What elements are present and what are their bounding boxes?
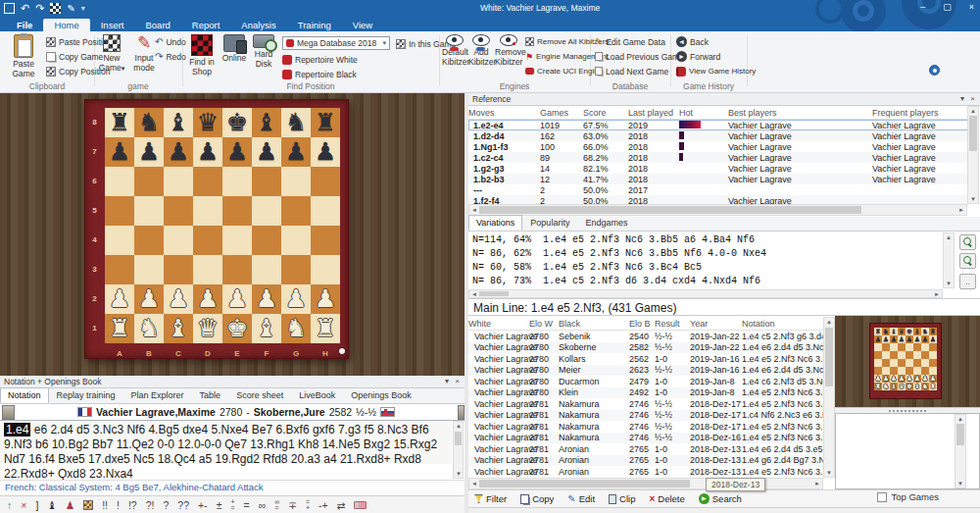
forward-button[interactable]: ►Forward [676,50,720,63]
tab-insert[interactable]: Insert [90,19,135,31]
board-square[interactable] [311,167,340,196]
board-square[interactable]: ♟ [193,284,222,314]
game-row[interactable]: Vachier Lagrave2780Skoberne2582½-½2019-J… [468,342,823,354]
game-row[interactable]: Vachier Lagrave2781Aronian27651-02018-De… [468,455,823,467]
tab-home[interactable]: Home [43,19,89,31]
board-square[interactable]: ♟ [222,284,252,314]
reference-row[interactable]: 1.g2-g31482.1%2018Vachier LagraveVachier… [468,163,968,174]
board-square[interactable]: ♛ [193,108,222,137]
board-square[interactable] [929,343,937,351]
annotation-symbol[interactable]: ∓ [288,499,297,511]
back-button[interactable]: ◄Back [676,35,709,48]
game-row[interactable]: Vachier Lagrave2780Sebenik2540½-½2019-Ja… [468,331,823,342]
board-square[interactable]: ♛ [193,314,222,343]
evaluation-symbol[interactable]: ∞= [274,499,279,510]
board-square[interactable]: ♟ [929,335,937,343]
remove-kibitzer-button[interactable]: Remove Kibitzer [495,33,522,82]
board-square[interactable] [281,196,311,226]
notation-moves[interactable]: 1.e4 e6 2.d4 d5 3.Nc3 Nf6 4.Bg5 dxe4 5.N… [0,421,452,464]
repertoire-white-button[interactable]: Repertoire White [282,53,358,66]
board-square[interactable] [281,255,311,284]
board-square[interactable] [898,343,906,351]
variations-list[interactable]: N=114, 64% 1.e4 e5 2.Nf3 Nc6 3.Bb5 a6 4.… [472,233,943,288]
board-square[interactable]: ♟ [252,284,281,314]
load-next-game-button[interactable]: Load Next Game [595,65,668,77]
game-row[interactable]: Vachier Lagrave2781Aronian27651-02018-De… [468,466,823,478]
board-square[interactable] [913,351,921,359]
board-square[interactable]: ♟ [913,335,921,343]
annotation-symbol[interactable]: ! [117,499,120,511]
undo-button[interactable]: ↶Undo [155,35,186,48]
column-header[interactable]: Score [583,106,628,119]
annotation-symbol[interactable]: ♝ [47,499,56,511]
board-square[interactable] [193,255,222,284]
board-square[interactable] [252,255,281,284]
colored-board-icon[interactable] [83,500,93,510]
qat-more-icon[interactable]: ▾ [81,4,85,13]
board-square[interactable]: ♝ [164,108,193,137]
board-square[interactable] [913,367,921,375]
search-header-button[interactable] [959,253,976,269]
variation-line[interactable]: N= 86, 62% 1.e4 e5 2.Nf3 Nc6 3.Bb5 Nf6 4… [472,247,943,261]
board-square[interactable]: ♞ [921,383,929,390]
board-square[interactable] [882,359,890,367]
reference-row[interactable]: 1.e2-e4101967.5%2019Vachier LagraveVachi… [468,120,968,130]
board-square[interactable] [921,359,929,367]
board-square[interactable] [164,196,193,226]
annotation-symbol[interactable]: ?! [146,499,155,511]
board-square[interactable] [890,343,898,351]
board-square[interactable]: ♟ [281,284,311,314]
tab-file[interactable]: File [6,19,43,31]
board-square[interactable] [898,359,906,367]
board-square[interactable] [913,343,921,351]
board-square[interactable] [929,367,937,375]
column-header[interactable]: Best players [728,106,872,119]
board-square[interactable]: ♞ [882,328,890,335]
board-square[interactable] [252,196,281,226]
board-square[interactable]: ♟ [890,335,898,343]
annotation-symbol[interactable]: -+ [318,499,328,511]
board-square[interactable] [193,226,222,255]
board-square[interactable]: ♞ [134,314,164,343]
edit-game-data-button[interactable]: ✎Edit Game Data [595,35,665,48]
filter-button[interactable]: Filter [474,493,507,504]
game-row[interactable]: Vachier Lagrave2781Aronian27651-02018-De… [468,443,823,455]
board-square[interactable] [105,226,134,255]
board-square[interactable] [921,343,929,351]
redo-icon[interactable]: ↷ [35,3,44,14]
board-square[interactable] [890,359,898,367]
board-square[interactable]: ♟ [105,137,134,167]
minimize-button[interactable]: – [920,1,925,13]
game-row[interactable]: Vachier Lagrave2780Klein24921-02019-Jan-… [468,387,823,399]
board-square[interactable] [929,351,937,359]
tab-livebook[interactable]: LiveBook [291,387,343,403]
tab-replay-training[interactable]: Replay training [49,387,123,403]
board-icon[interactable] [50,3,61,14]
games-vscrollbar[interactable]: ▲ ▼ [823,317,835,478]
preview-vscrollbar[interactable]: ▲ ▼ [955,414,966,488]
game-row[interactable]: Vachier Lagrave2781Nakamura2746½-½2018-D… [468,433,823,444]
board-square[interactable] [134,167,164,196]
top-games-checkbox[interactable] [877,492,887,502]
column-header[interactable]: Year [690,317,742,330]
reference-row[interactable]: ---250.0%2017 [468,184,968,195]
board-square[interactable]: ♟ [164,137,193,167]
board-square[interactable] [874,359,882,367]
load-previous-game-button[interactable]: Load Previous Game [595,50,684,63]
board-square[interactable]: ♜ [929,328,937,335]
tab-table[interactable]: Table [192,387,229,403]
board-square[interactable] [252,167,281,196]
board-square[interactable] [222,255,252,284]
variation-line[interactable]: N= 60, 58% 1.e4 e5 2.Nf3 Nc6 3.Bc4 Bc5 [472,261,943,275]
board-square[interactable]: ♝ [252,108,281,137]
tab-plan-explorer[interactable]: Plan Explorer [123,387,192,403]
board-square[interactable]: ♟ [193,137,222,167]
board-square[interactable] [898,351,906,359]
tab-notation[interactable]: Notation [0,387,49,403]
board-square[interactable]: ♝ [913,328,921,335]
board-square[interactable] [921,351,929,359]
annotation-symbol[interactable]: ↑ [7,499,12,511]
column-header[interactable]: Moves [468,106,540,119]
board-square[interactable]: ♝ [913,383,921,390]
board-square[interactable]: ♜ [105,108,134,137]
